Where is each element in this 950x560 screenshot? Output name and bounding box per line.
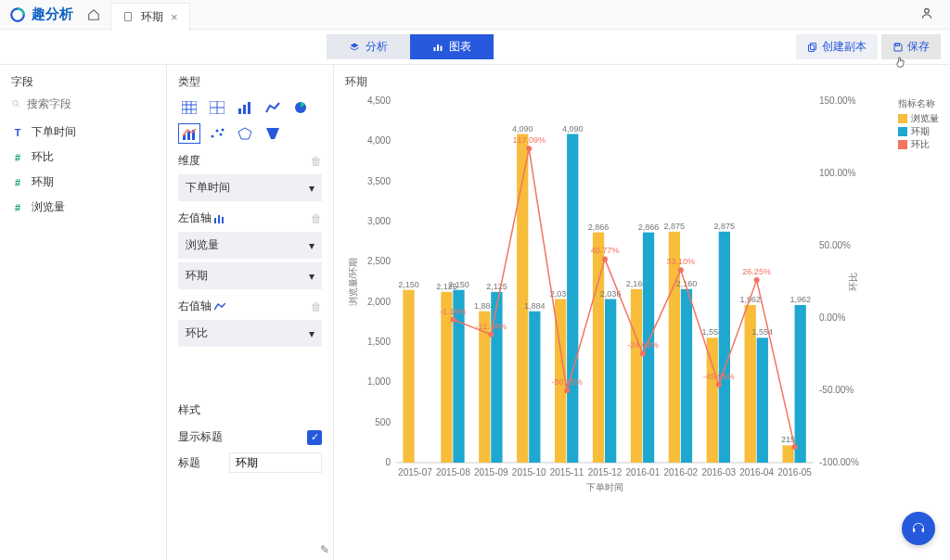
field-item[interactable]: #环比 (11, 145, 155, 170)
help-fab[interactable] (902, 512, 935, 545)
left-axis-select-1[interactable]: 环期▾ (178, 262, 322, 289)
legend-item[interactable]: 环比 (898, 138, 939, 151)
right-axis-clear[interactable]: 🗑 (311, 300, 322, 313)
action-bar: 分析 图表 创建副本 保存 (0, 30, 950, 65)
field-item[interactable]: #浏览量 (11, 195, 155, 220)
caret-down-icon: ▾ (309, 327, 315, 340)
chart-type-combo[interactable] (178, 123, 200, 144)
create-copy-button[interactable]: 创建副本 (796, 34, 878, 59)
svg-text:2016-04: 2016-04 (739, 467, 774, 477)
right-axis-label: 右值轴 (178, 299, 212, 312)
svg-rect-79 (567, 134, 578, 463)
svg-text:4,000: 4,000 (367, 135, 391, 146)
svg-text:4,090: 4,090 (512, 124, 533, 134)
left-axis-value-1: 环期 (186, 268, 208, 284)
fields-search-input[interactable] (27, 97, 155, 110)
chart-type-bar[interactable] (234, 97, 256, 118)
left-axis-clear[interactable]: 🗑 (311, 212, 322, 225)
fields-search[interactable] (11, 97, 155, 110)
svg-text:2015-10: 2015-10 (512, 467, 546, 477)
field-label: 环期 (32, 174, 54, 190)
chart-type-funnel[interactable] (262, 123, 284, 144)
title-input[interactable] (229, 452, 322, 473)
field-item[interactable]: T下单时间 (11, 120, 155, 145)
svg-rect-81 (605, 299, 616, 463)
user-icon (920, 6, 933, 19)
svg-point-105 (678, 267, 684, 273)
chart-panel: 环期 05001,0001,5002,0002,5003,0003,5004,0… (334, 65, 950, 560)
chart-type-radar[interactable] (234, 123, 256, 144)
svg-text:-11.34%: -11.34% (476, 322, 507, 331)
chart-type-pivot[interactable] (206, 97, 228, 118)
bar-icon (214, 214, 225, 223)
legend-swatch (898, 140, 907, 149)
field-type-icon: T (11, 127, 24, 138)
svg-text:33.10%: 33.10% (667, 257, 696, 266)
config-panel: 类型 维度🗑 下单时间▾ 左值轴 🗑 浏览量▾ 环期▾ 右值轴 🗑 环比▾ (167, 65, 334, 560)
svg-point-101 (602, 256, 608, 261)
fields-title: 字段 (11, 74, 155, 90)
legend-item[interactable]: 浏览量 (898, 112, 939, 125)
svg-text:浏览量/环期: 浏览量/环期 (348, 258, 358, 307)
field-type-icon: # (11, 202, 24, 213)
caret-down-icon: ▾ (309, 270, 315, 283)
svg-rect-6 (811, 43, 816, 49)
legend-label: 环期 (911, 125, 930, 138)
svg-text:-24.63%: -24.63% (627, 340, 659, 350)
home-button[interactable] (83, 4, 105, 26)
svg-point-25 (212, 135, 214, 138)
svg-text:2016-01: 2016-01 (626, 467, 661, 477)
svg-text:4,090: 4,090 (562, 124, 584, 134)
svg-text:500: 500 (375, 417, 391, 427)
svg-rect-3 (434, 47, 436, 51)
line-icon (214, 302, 225, 312)
chart-type-pie[interactable] (289, 97, 312, 118)
svg-point-109 (754, 277, 760, 283)
left-axis-value-0: 浏览量 (186, 237, 219, 253)
chart-type-line[interactable] (262, 97, 284, 118)
svg-marker-29 (238, 128, 251, 139)
chart-type-table[interactable] (178, 97, 200, 118)
svg-text:2,875: 2,875 (714, 222, 736, 231)
show-title-checkbox[interactable]: ✓ (307, 430, 322, 445)
open-tab[interactable]: 环期 × (110, 3, 190, 31)
save-icon (892, 42, 904, 53)
svg-text:4,500: 4,500 (367, 95, 391, 106)
chart-type-grid (178, 97, 322, 144)
style-section: 样式 显示标题 ✓ 标题 (178, 402, 322, 477)
app-name: 趣分析 (32, 6, 73, 23)
svg-text:2015-07: 2015-07 (398, 467, 432, 477)
view-analyze-button[interactable]: 分析 (327, 34, 410, 59)
svg-rect-91 (795, 305, 806, 463)
field-item[interactable]: #环期 (11, 170, 155, 195)
svg-text:1,884: 1,884 (524, 301, 546, 311)
field-label: 下单时间 (32, 124, 76, 140)
edit-icon[interactable]: ✎ (320, 543, 329, 556)
svg-text:-1.16%: -1.16% (440, 307, 467, 316)
save-button[interactable]: 保存 (881, 34, 941, 59)
svg-text:2015-09: 2015-09 (474, 467, 508, 477)
dimension-select[interactable]: 下单时间▾ (178, 174, 322, 201)
user-menu[interactable] (904, 6, 950, 22)
legend-label: 浏览量 (911, 112, 939, 125)
right-axis-select-0[interactable]: 环比▾ (178, 320, 322, 347)
logo-icon (9, 6, 26, 23)
view-chart-button[interactable]: 图表 (410, 34, 494, 59)
right-axis-section: 右值轴 🗑 环比▾ (178, 299, 322, 347)
svg-text:1,500: 1,500 (367, 337, 391, 347)
tab-close-button[interactable]: × (171, 10, 178, 24)
svg-rect-19 (243, 105, 246, 114)
svg-text:-50.22%: -50.22% (551, 377, 583, 387)
caret-down-icon: ▾ (309, 239, 315, 252)
svg-text:2016-03: 2016-03 (701, 467, 736, 477)
svg-text:下单时间: 下单时间 (586, 482, 623, 492)
search-icon (11, 98, 21, 109)
main: 字段 T下单时间#环比#环期#浏览量 类型 维度🗑 下单时间▾ 左值轴 🗑 浏览… (0, 65, 950, 560)
left-axis-select-0[interactable]: 浏览量▾ (178, 232, 322, 259)
svg-rect-8 (896, 44, 900, 46)
chart-type-scatter[interactable] (206, 123, 228, 144)
dimension-clear[interactable]: 🗑 (311, 155, 322, 168)
svg-rect-87 (719, 232, 730, 463)
left-axis-label: 左值轴 (178, 211, 212, 224)
legend-item[interactable]: 环期 (898, 125, 939, 138)
